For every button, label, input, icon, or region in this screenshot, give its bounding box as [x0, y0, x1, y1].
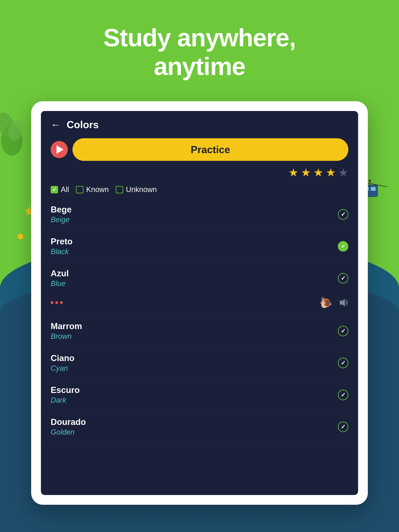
svg-point-6	[369, 180, 371, 182]
star-5: ★	[338, 166, 348, 179]
list-item[interactable]: Ciano Cyan ✓	[41, 347, 358, 379]
star-2: ★	[301, 166, 311, 179]
filter-known[interactable]: Known	[76, 185, 109, 194]
list-item[interactable]: Preto Black ✓	[41, 230, 358, 262]
star-3: ★	[313, 166, 323, 179]
star-4: ★	[326, 166, 336, 179]
screen-title: Colors	[67, 119, 99, 130]
filter-row: ✓ All Known Unknown	[41, 182, 358, 198]
word-secondary: Black	[51, 247, 72, 256]
filter-unknown[interactable]: Unknown	[116, 185, 157, 194]
word-secondary: Blue	[51, 279, 69, 288]
word-primary: Dourado	[51, 417, 86, 427]
word-secondary: Cyan	[51, 364, 74, 373]
dot-decoration	[18, 234, 23, 240]
plant-decoration	[0, 101, 23, 156]
svg-marker-10	[340, 299, 345, 306]
check-icon: ✓	[341, 275, 346, 282]
check-icon: ✓	[341, 423, 346, 430]
check-circle[interactable]: ✓	[338, 358, 348, 368]
practice-button[interactable]: Practice	[72, 138, 348, 161]
star-1: ★	[288, 166, 298, 179]
word-text-group: Dourado Golden	[51, 417, 86, 436]
action-icons: 🐌	[319, 296, 348, 309]
dots-menu[interactable]	[51, 301, 63, 304]
check-icon: ✓	[341, 391, 346, 398]
back-button[interactable]: ←	[51, 119, 61, 130]
header-line2: anytime	[154, 52, 245, 80]
list-item[interactable]: Escuro Dark ✓	[41, 379, 358, 411]
word-text-group: Preto Black	[51, 237, 72, 256]
check-icon: ✓	[341, 211, 346, 218]
check-circle[interactable]: ✓	[338, 390, 348, 400]
check-circle[interactable]: ✓	[338, 326, 348, 336]
dot-2	[55, 301, 58, 304]
word-primary: Azul	[51, 269, 69, 278]
word-text-group: Bege Beige	[51, 205, 72, 224]
header-section: Study anywhere, anytime	[0, 23, 399, 81]
checkbox-known[interactable]	[76, 186, 83, 193]
check-mark-all: ✓	[52, 187, 57, 193]
word-primary: Bege	[51, 205, 72, 214]
check-icon: ✓	[341, 243, 346, 250]
dot-3	[60, 301, 63, 304]
top-bar: ← Colors	[41, 111, 358, 134]
check-icon: ✓	[341, 328, 346, 334]
checkbox-unknown[interactable]	[116, 186, 123, 193]
check-circle-filled[interactable]: ✓	[338, 241, 348, 252]
app-screen: ← Colors Practice ★ ★ ★ ★ ★ ✓ All	[41, 111, 358, 495]
word-secondary: Brown	[51, 332, 82, 341]
tablet-frame: ← Colors Practice ★ ★ ★ ★ ★ ✓ All	[31, 101, 368, 505]
list-item[interactable]: Dourado Golden ✓	[41, 411, 358, 443]
word-text-group: Ciano Cyan	[51, 353, 74, 373]
dot-1	[51, 301, 53, 304]
practice-section: Practice	[41, 134, 358, 163]
snail-icon[interactable]: 🐌	[319, 296, 332, 309]
word-primary: Escuro	[51, 385, 80, 395]
filter-all-label: All	[61, 185, 69, 194]
filter-known-label: Known	[86, 185, 109, 194]
svg-rect-4	[371, 187, 376, 191]
word-primary: Ciano	[51, 353, 74, 363]
header-line1: Study anywhere,	[103, 24, 296, 52]
filter-all[interactable]: ✓ All	[51, 185, 69, 194]
list-item[interactable]: Marrom Brown ✓	[41, 315, 358, 347]
play-icon	[57, 145, 64, 154]
check-icon: ✓	[341, 360, 346, 366]
word-primary: Marrom	[51, 321, 82, 331]
check-circle[interactable]: ✓	[338, 422, 348, 432]
play-button[interactable]	[51, 141, 68, 158]
word-text-group: Marrom Brown	[51, 321, 82, 341]
check-circle[interactable]: ✓	[338, 273, 348, 284]
list-item[interactable]: Bege Beige ✓	[41, 198, 358, 230]
word-primary: Preto	[51, 237, 72, 246]
word-secondary: Golden	[51, 428, 86, 436]
speaker-icon[interactable]	[338, 298, 348, 308]
word-text-group: Escuro Dark	[51, 385, 80, 405]
word-text-group: Azul Blue	[51, 269, 69, 288]
expand-row: 🐌	[41, 294, 358, 315]
filter-unknown-label: Unknown	[126, 185, 157, 194]
word-secondary: Dark	[51, 396, 80, 405]
stars-rating: ★ ★ ★ ★ ★	[41, 163, 358, 182]
list-item[interactable]: Azul Blue ✓	[41, 262, 358, 294]
checkbox-all[interactable]: ✓	[51, 186, 58, 193]
word-secondary: Beige	[51, 215, 72, 224]
word-list: Bege Beige ✓ Preto Black ✓	[41, 198, 358, 495]
check-circle[interactable]: ✓	[338, 209, 348, 220]
